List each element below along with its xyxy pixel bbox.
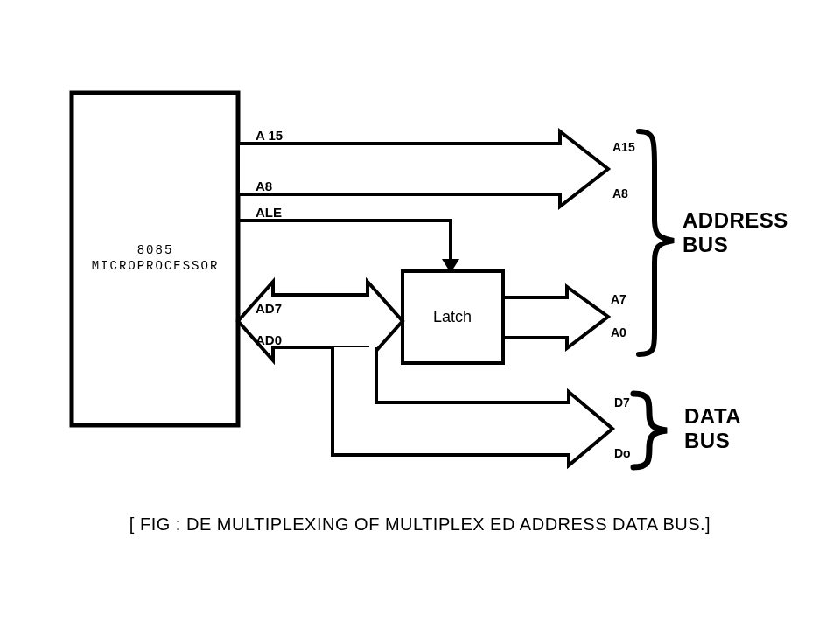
label-data-l2: BUS <box>684 429 730 453</box>
cpu-name-line1: 8085 <box>83 243 228 257</box>
pin-a15: A 15 <box>256 128 283 143</box>
pin-ale: ALE <box>256 205 282 220</box>
arrow-address-high <box>238 131 608 206</box>
brace-data <box>634 394 667 467</box>
pin-a8: A8 <box>256 178 272 193</box>
out-a15: A15 <box>612 140 635 154</box>
label-address-l2: BUS <box>682 233 728 257</box>
diagram-svg <box>0 0 840 630</box>
out-a8: A8 <box>612 186 628 200</box>
pin-ad7: AD7 <box>256 301 282 316</box>
out-d0: Do <box>614 446 631 460</box>
out-a0: A0 <box>611 326 626 340</box>
pin-ad0: AD0 <box>256 332 282 347</box>
label-address-l1: ADDRESS <box>682 208 788 233</box>
diagram-stage: 8085 MICROPROCESSOR A 15 A8 ALE AD7 AD0 … <box>0 0 840 630</box>
out-d7: D7 <box>614 396 630 410</box>
ale-line <box>238 220 451 262</box>
out-a7: A7 <box>611 292 626 306</box>
brace-address <box>639 131 674 354</box>
cpu-name-line2: MICROPROCESSOR <box>74 259 236 273</box>
arrow-data-bus <box>332 347 612 466</box>
label-data-l1: DATA <box>684 404 741 429</box>
latch-label: Latch <box>433 308 472 326</box>
figure-caption: [ FIG : DE MULTIPLEXING OF MULTIPLEX ED … <box>0 514 840 535</box>
arrow-latch-out <box>503 287 608 348</box>
